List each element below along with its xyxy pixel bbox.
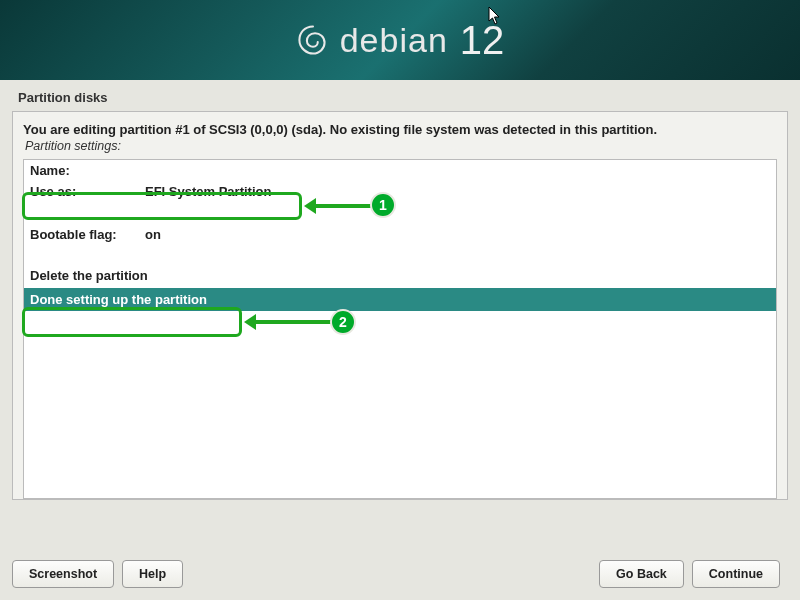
boot-value: on	[145, 227, 770, 242]
help-button[interactable]: Help	[122, 560, 183, 588]
partition-panel: You are editing partition #1 of SCSI3 (0…	[12, 111, 788, 500]
setting-bootable-row[interactable]: Bootable flag: on	[24, 224, 776, 245]
setting-use-as-row[interactable]: Use as: EFI System Partition	[24, 181, 776, 202]
debian-swirl-icon	[296, 23, 330, 57]
spacer	[24, 202, 776, 224]
page-title: Partition disks	[0, 80, 800, 111]
screenshot-button[interactable]: Screenshot	[12, 560, 114, 588]
sub-instruction: Partition settings:	[23, 139, 777, 159]
boot-label: Bootable flag:	[30, 227, 145, 242]
installer-header: debian 12	[0, 0, 800, 80]
go-back-button[interactable]: Go Back	[599, 560, 684, 588]
brand-name: debian	[340, 21, 448, 60]
delete-partition-row[interactable]: Delete the partition	[24, 265, 776, 286]
setting-name-row[interactable]: Name:	[24, 160, 776, 181]
use-as-label: Use as:	[30, 184, 145, 199]
use-as-value: EFI System Partition	[145, 184, 770, 199]
done-label: Done setting up the partition	[30, 292, 207, 307]
name-label: Name:	[30, 163, 145, 178]
delete-label: Delete the partition	[30, 268, 148, 283]
instruction-text: You are editing partition #1 of SCSI3 (0…	[23, 122, 777, 139]
done-setting-up-row[interactable]: Done setting up the partition	[24, 288, 776, 311]
partition-settings-list: Name: Use as: EFI System Partition Boota…	[23, 159, 777, 499]
footer-bar: Screenshot Help Go Back Continue	[0, 548, 800, 600]
brand-version: 12	[460, 18, 505, 63]
continue-button[interactable]: Continue	[692, 560, 780, 588]
